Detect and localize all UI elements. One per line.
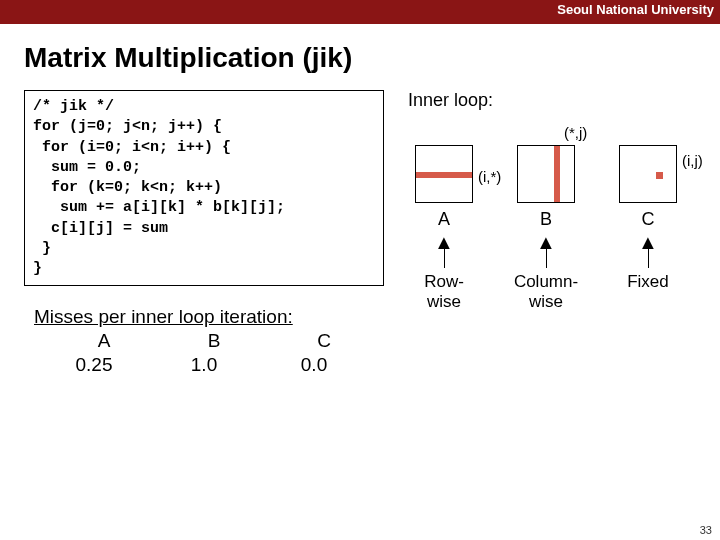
misses-col-name-c: C bbox=[294, 330, 354, 352]
matrix-a-access: Row-wise bbox=[408, 272, 480, 312]
matrix-b-coord: (*,j) bbox=[564, 124, 587, 141]
misses-title: Misses per inner loop iteration: bbox=[34, 306, 384, 328]
matrix-a-box: (i,*) bbox=[415, 145, 473, 203]
matrix-c-highlight-dot bbox=[656, 172, 663, 179]
matrix-b-highlight-col bbox=[554, 146, 560, 202]
matrix-b: (*,j) B ▲ Column- wise bbox=[510, 145, 582, 312]
matrix-b-box: (*,j) bbox=[517, 145, 575, 203]
matrix-a-letter: A bbox=[438, 209, 450, 230]
matrix-c-coord: (i,j) bbox=[682, 152, 703, 169]
misses-col-val-b: 1.0 bbox=[174, 354, 234, 376]
right-column: Inner loop: (i,*) A ▲ Row-wise (*,j) B ▲ bbox=[408, 90, 696, 376]
misses-col-val-a: 0.25 bbox=[64, 354, 124, 376]
slide-title: Matrix Multiplication (jik) bbox=[0, 24, 720, 90]
misses-value-row: 0.25 1.0 0.0 bbox=[34, 354, 384, 376]
inner-loop-label: Inner loop: bbox=[408, 90, 696, 111]
misses-header-row: A B C bbox=[34, 330, 384, 352]
matrix-b-access: Column- wise bbox=[514, 272, 578, 312]
left-column: /* jik */ for (j=0; j<n; j++) { for (i=0… bbox=[24, 90, 384, 376]
affiliation-text: Seoul National University bbox=[557, 2, 714, 17]
code-listing: /* jik */ for (j=0; j<n; j++) { for (i=0… bbox=[24, 90, 384, 286]
matrix-a-highlight-row bbox=[416, 172, 472, 178]
arrow-stem bbox=[444, 246, 445, 268]
misses-col-name-a: A bbox=[74, 330, 134, 352]
arrow-stem bbox=[648, 246, 649, 268]
matrix-c-access: Fixed bbox=[627, 272, 669, 312]
misses-block: Misses per inner loop iteration: A B C 0… bbox=[34, 306, 384, 376]
matrix-c-letter: C bbox=[642, 209, 655, 230]
matrices-row: (i,*) A ▲ Row-wise (*,j) B ▲ Column- wis… bbox=[408, 125, 696, 312]
matrix-c-box: (i,j) bbox=[619, 145, 677, 203]
matrix-c: (i,j) C ▲ Fixed bbox=[612, 145, 684, 312]
matrix-a-coord: (i,*) bbox=[478, 168, 501, 185]
misses-col-name-b: B bbox=[184, 330, 244, 352]
main-content: /* jik */ for (j=0; j<n; j++) { for (i=0… bbox=[0, 90, 720, 376]
page-number: 33 bbox=[700, 524, 712, 536]
header-bar: Seoul National University bbox=[0, 0, 720, 24]
arrow-stem bbox=[546, 246, 547, 268]
misses-col-val-c: 0.0 bbox=[284, 354, 344, 376]
matrix-a: (i,*) A ▲ Row-wise bbox=[408, 145, 480, 312]
matrix-b-letter: B bbox=[540, 209, 552, 230]
